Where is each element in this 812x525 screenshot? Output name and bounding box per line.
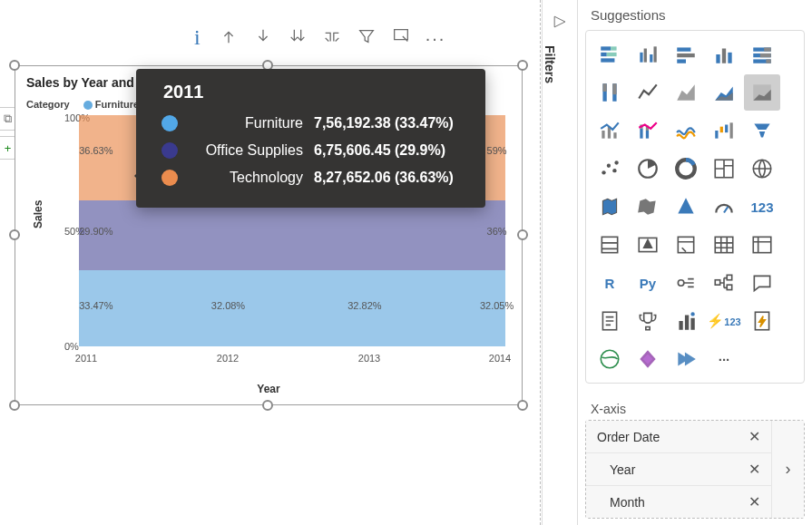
resize-handle-ml[interactable]	[9, 229, 20, 240]
svg-rect-53	[727, 285, 731, 289]
filters-pane-collapsed[interactable]: Filters	[542, 0, 578, 525]
viz-bar-goal[interactable]	[668, 303, 704, 339]
viz-table[interactable]	[706, 227, 742, 263]
data-label: 33.47%	[79, 300, 113, 311]
field-pill-year[interactable]: Year ✕	[586, 453, 771, 486]
more-options-icon[interactable]: ···	[426, 34, 446, 43]
viz-donut[interactable]	[668, 151, 704, 187]
pin-up-icon[interactable]	[219, 26, 239, 50]
xtick: 2011	[75, 353, 97, 364]
svg-rect-55	[679, 321, 682, 330]
viz-py[interactable]: Py	[630, 265, 666, 301]
viz-area[interactable]	[668, 74, 704, 111]
filters-chevron-icon[interactable]	[551, 18, 569, 34]
viz-funnel[interactable]	[744, 112, 780, 149]
resize-handle-tr[interactable]	[517, 60, 528, 71]
resize-handle-bl[interactable]	[9, 400, 20, 411]
svg-rect-57	[690, 318, 694, 330]
filters-label: Filters	[543, 45, 557, 83]
field-pill-month[interactable]: Month ✕	[586, 486, 771, 518]
svg-rect-52	[727, 275, 731, 279]
field-pill-order-date[interactable]: Order Date ✕	[586, 421, 771, 453]
xaxis-field-well: X-axis Order Date ✕ Year ✕ Month	[585, 398, 805, 519]
viz-clustered-column[interactable]	[630, 36, 666, 73]
viz-decomposition-tree[interactable]	[706, 265, 742, 301]
svg-rect-9	[677, 47, 690, 51]
svg-rect-3	[607, 53, 617, 56]
viz-treemap[interactable]	[706, 151, 742, 187]
viz-azure-map[interactable]	[668, 189, 704, 225]
viz-stacked-bar-h[interactable]	[668, 36, 704, 73]
viz-wave[interactable]	[668, 112, 704, 149]
resize-handle-mr[interactable]	[517, 229, 528, 240]
series-area-office[interactable]	[79, 200, 505, 270]
viz-slicer[interactable]	[668, 227, 704, 263]
viz-filled-map[interactable]	[592, 189, 628, 225]
viz-power-automate[interactable]	[668, 341, 704, 377]
drill-icon[interactable]	[322, 26, 342, 50]
resize-handle-bm[interactable]	[262, 400, 273, 411]
viz-line-column[interactable]	[592, 112, 628, 149]
legend-item-furniture[interactable]: Furniture	[95, 99, 139, 110]
info-icon[interactable]: i	[191, 25, 204, 50]
viz-waterfall[interactable]	[706, 112, 742, 149]
viz-lightning-report[interactable]	[744, 303, 780, 339]
svg-rect-7	[650, 54, 652, 63]
report-canvas[interactable]: ⧉ + i ··· Sales by Year and Category Cat…	[0, 0, 542, 525]
viz-scatter[interactable]	[592, 151, 628, 187]
viz-map-globe[interactable]	[744, 151, 780, 187]
tooltip-row: Furniture 7,56,192.38 (33.47%)	[161, 110, 467, 137]
viz-100-stacked-bar[interactable]	[744, 36, 780, 73]
viz-line-stacked[interactable]	[630, 112, 666, 149]
remove-field-icon[interactable]: ✕	[748, 493, 760, 510]
svg-rect-48	[715, 237, 733, 252]
viz-stacked-bar[interactable]	[592, 36, 628, 73]
resize-handle-br[interactable]	[517, 400, 528, 411]
viz-100-stacked-area[interactable]	[744, 74, 780, 111]
viz-stacked-area[interactable]	[706, 74, 742, 111]
remove-field-icon[interactable]: ✕	[748, 428, 760, 445]
viz-lightning-123[interactable]: ⚡123	[706, 303, 742, 339]
resize-handle-tl[interactable]	[9, 60, 20, 71]
svg-rect-24	[612, 83, 616, 94]
tooltip-value: 6,75,606.45 (29.9%)	[314, 142, 445, 159]
suggestions-header: Suggestions	[578, 0, 812, 30]
svg-rect-22	[602, 83, 606, 92]
svg-rect-45	[602, 237, 617, 252]
series-area-furniture[interactable]	[79, 270, 505, 346]
viz-trophy[interactable]	[630, 303, 666, 339]
viz-paginated[interactable]	[592, 303, 628, 339]
sort-icon[interactable]	[288, 26, 308, 50]
viz-arcgis[interactable]	[592, 341, 628, 377]
viz-gauge[interactable]	[706, 189, 742, 225]
viz-r[interactable]: R	[592, 265, 628, 301]
filter-icon[interactable]	[357, 26, 377, 50]
viz-kpi[interactable]	[630, 227, 666, 263]
viz-matrix[interactable]	[744, 227, 780, 263]
viz-power-apps[interactable]	[630, 341, 666, 377]
expand-icon[interactable]	[391, 26, 411, 50]
tooltip-dot-icon	[161, 142, 178, 159]
viz-key-influencers[interactable]	[668, 265, 704, 301]
remove-field-icon[interactable]: ✕	[748, 461, 760, 478]
xaxis-well-body[interactable]: Order Date ✕ Year ✕ Month ✕ ›	[585, 420, 805, 519]
viz-multi-row-card[interactable]	[592, 227, 628, 263]
viz-shape-map[interactable]	[630, 189, 666, 225]
field-options-button[interactable]: ›	[771, 421, 804, 518]
svg-rect-56	[685, 316, 689, 330]
svg-rect-28	[613, 132, 616, 139]
viz-card-123[interactable]: 123	[744, 189, 780, 225]
viz-pie[interactable]	[630, 151, 666, 187]
viz-line[interactable]	[630, 74, 666, 111]
viz-more[interactable]: ···	[706, 341, 742, 377]
pin-down-icon[interactable]	[253, 26, 273, 50]
svg-rect-33	[715, 131, 718, 139]
svg-rect-8	[654, 46, 657, 62]
svg-point-37	[602, 170, 605, 174]
viz-qna[interactable]	[744, 265, 780, 301]
x-axis-label: Year	[257, 383, 279, 395]
viz-100-stacked-column[interactable]	[592, 74, 628, 111]
svg-point-50	[678, 280, 684, 287]
data-label: 29.90%	[79, 226, 113, 237]
viz-clustered-bar[interactable]	[706, 36, 742, 73]
